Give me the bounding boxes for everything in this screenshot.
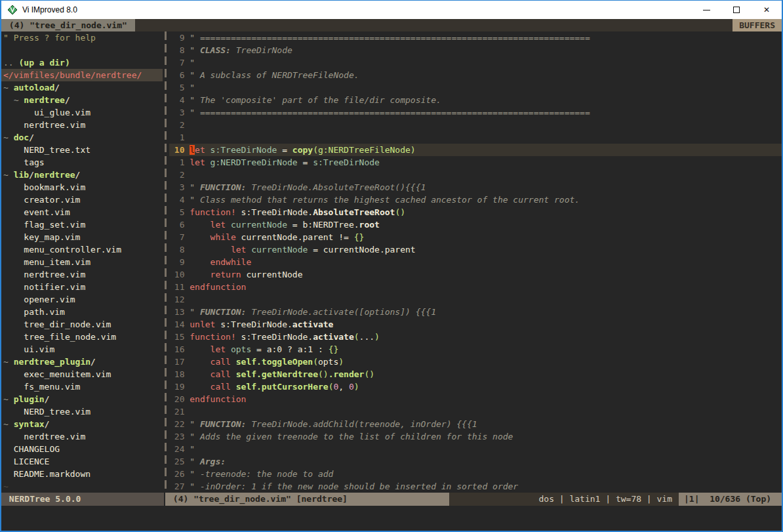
editor-line[interactable]: 3" FUNCTION: TreeDirNode.AbsoluteTreeRoo…: [169, 181, 782, 194]
tree-node-file[interactable]: event.vim: [1, 206, 163, 218]
tree-node-up-dir[interactable]: .. (up a dir): [1, 56, 163, 69]
code-segment: ": [190, 419, 200, 429]
empty-line-tilde[interactable]: ~: [1, 480, 163, 493]
tree-node-dir[interactable]: ~ plugin/: [1, 393, 163, 405]
tree-node-dir[interactable]: ~ syntax/: [1, 418, 163, 430]
code-segment: = a:0 ? a:1 :: [251, 344, 328, 354]
vertical-split-handle[interactable]: [163, 31, 169, 493]
tree-node-dir[interactable]: ~ nerdtree_plugin/: [1, 356, 163, 368]
tree-node-dir[interactable]: ~ nerdtree/: [1, 94, 163, 106]
code-segment: nerdtree: [24, 95, 65, 105]
editor-line[interactable]: 6 let currentNode = b:NERDTree.root: [169, 218, 782, 231]
line-number: 25: [169, 455, 184, 468]
editor-line[interactable]: 11endfunction: [169, 281, 782, 293]
line-number: 23: [169, 430, 184, 443]
tree-node-file[interactable]: tree_dir_node.vim: [1, 318, 163, 331]
tree-node-file[interactable]: nerdtree.vim: [1, 430, 163, 443]
editor-line[interactable]: 24": [169, 443, 782, 455]
code-segment: opts: [318, 357, 338, 367]
code-segment: " Class method that returns the highest …: [190, 195, 580, 205]
editor-line[interactable]: 22" FUNCTION: TreeDirNode.addChild(treen…: [169, 418, 782, 430]
editor-line[interactable]: 7 while currentNode.parent != {}: [169, 231, 782, 243]
buffers-label[interactable]: BUFFERS: [733, 19, 782, 31]
tree-node-file[interactable]: tree_file_node.vim: [1, 331, 163, 343]
tab-tree-dir-node[interactable]: (4) "tree_dir_node.vim": [1, 19, 135, 31]
editor-line[interactable]: 27" -inOrder: 1 if the new node should b…: [169, 480, 782, 493]
tree-root-path[interactable]: </vimfiles/bundle/nerdtree/: [1, 69, 163, 81]
editor-line[interactable]: 19 call self.putCursorHere(0, 0): [169, 380, 782, 393]
code-segment: et: [195, 145, 205, 155]
tree-node-file[interactable]: flag_set.vim: [1, 218, 163, 231]
line-number: 6: [169, 218, 184, 231]
editor-line[interactable]: 20endfunction: [169, 393, 782, 405]
editor-line[interactable]: 17 call self.toggleOpen(opts): [169, 356, 782, 368]
code-segment: [190, 382, 210, 392]
tree-node-file[interactable]: menu_item.vim: [1, 256, 163, 268]
editor-line[interactable]: 14unlet s:TreeDirNode.activate: [169, 318, 782, 331]
tree-node-file[interactable]: NERD_tree.txt: [1, 144, 163, 156]
editor-line[interactable]: 5": [169, 81, 782, 94]
tree-node-file[interactable]: creator.vim: [1, 194, 163, 206]
tree-node-dir[interactable]: ~ lib/nerdtree/: [1, 169, 163, 181]
tree-node-file[interactable]: README.markdown: [1, 468, 163, 480]
editor-line[interactable]: 8" CLASS: TreeDirNode: [169, 44, 782, 56]
tree-node-file[interactable]: exec_menuitem.vim: [1, 368, 163, 380]
tree-node-file[interactable]: CHANGELOG: [1, 443, 163, 455]
editor-line[interactable]: 1let g:NERDTreeDirNode = s:TreeDirNode: [169, 156, 782, 169]
code-segment: ": [190, 83, 200, 92]
ruler-status: |1| 10/636 (Top): [679, 493, 782, 506]
editor-line[interactable]: 2: [169, 119, 782, 131]
editor-line[interactable]: 9 endwhile: [169, 256, 782, 268]
tree-node-file[interactable]: fs_menu.vim: [1, 380, 163, 393]
tree-help-line[interactable]: " Press ? for help: [1, 31, 163, 44]
tree-node-file[interactable]: nerdtree.vim: [1, 268, 163, 281]
editor-line[interactable]: 1: [169, 131, 782, 144]
editor-line[interactable]: 3" =====================================…: [169, 106, 782, 119]
tree-node-file[interactable]: menu_controller.vim: [1, 243, 163, 256]
tree-node-dir[interactable]: ~ doc/: [1, 131, 163, 144]
code-segment: (): [364, 369, 374, 379]
minimize-button[interactable]: [691, 1, 721, 19]
tree-node-file[interactable]: path.vim: [1, 306, 163, 318]
editor-line[interactable]: 18 call self.getNerdtree().render(): [169, 368, 782, 380]
editor-line[interactable]: 10 return currentNode: [169, 268, 782, 281]
tree-node-file[interactable]: ui.vim: [1, 343, 163, 356]
tree-blank-line[interactable]: [1, 44, 163, 56]
maximize-button[interactable]: [721, 1, 752, 19]
tree-node-file[interactable]: ui_glue.vim: [1, 106, 163, 119]
editor-line[interactable]: 7": [169, 56, 782, 69]
editor-line[interactable]: 8 let currentNode = currentNode.parent: [169, 243, 782, 256]
code-segment: " The 'composite' part of the file/dir c…: [190, 95, 441, 105]
editor-line[interactable]: 16 let opts = a:0 ? a:1 : {}: [169, 343, 782, 356]
tree-node-file[interactable]: LICENCE: [1, 455, 163, 468]
editor-line[interactable]: 25" Args:: [169, 455, 782, 468]
tree-node-file[interactable]: key_map.vim: [1, 231, 163, 243]
code-segment: tree_file_node.vim: [3, 332, 116, 342]
editor-line[interactable]: 5function! s:TreeDirNode.AbsoluteTreeRoo…: [169, 206, 782, 218]
tree-node-file[interactable]: tags: [1, 156, 163, 169]
vim-icon[interactable]: [7, 5, 18, 15]
tree-node-file[interactable]: NERD_tree.vim: [1, 405, 163, 418]
code-segment: s:TreeDirNode.: [236, 207, 313, 217]
editor-line[interactable]: 2: [169, 169, 782, 181]
tree-node-file[interactable]: opener.vim: [1, 293, 163, 306]
tree-node-file[interactable]: notifier.vim: [1, 281, 163, 293]
tree-node-dir[interactable]: ~ autoload/: [1, 81, 163, 94]
editor-line[interactable]: 23" Adds the given treenode to the list …: [169, 430, 782, 443]
line-number: 8: [169, 44, 184, 56]
editor-line[interactable]: 15function! s:TreeDirNode.activate(...): [169, 331, 782, 343]
editor-line[interactable]: 21: [169, 405, 782, 418]
tree-node-file[interactable]: nerdtree.vim: [1, 119, 163, 131]
editor-line[interactable]: 4" The 'composite' part of the file/dir …: [169, 94, 782, 106]
editor-line[interactable]: 9" =====================================…: [169, 31, 782, 44]
editor-line[interactable]: 4" Class method that returns the highest…: [169, 194, 782, 206]
close-button[interactable]: ✕: [752, 1, 782, 19]
code-segment: notifier.vim: [3, 282, 85, 292]
editor-line[interactable]: 6" A subclass of NERDTreeFileNode.: [169, 69, 782, 81]
editor-cursor-line[interactable]: 10let s:TreeDirNode = copy(g:NERDTreeFil…: [169, 144, 782, 156]
code-segment: ): [374, 332, 380, 342]
editor-line[interactable]: 13" FUNCTION: TreeDirNode.activate([opti…: [169, 306, 782, 318]
tree-node-file[interactable]: bookmark.vim: [1, 181, 163, 194]
editor-line[interactable]: 12: [169, 293, 782, 306]
editor-line[interactable]: 26" -treenode: the node to add: [169, 468, 782, 480]
